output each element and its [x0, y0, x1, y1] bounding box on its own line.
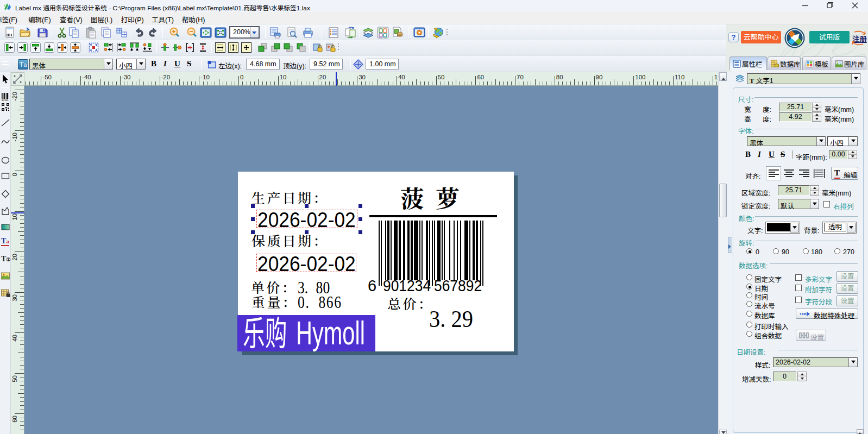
svg-text:97101: 97101	[2, 99, 9, 102]
